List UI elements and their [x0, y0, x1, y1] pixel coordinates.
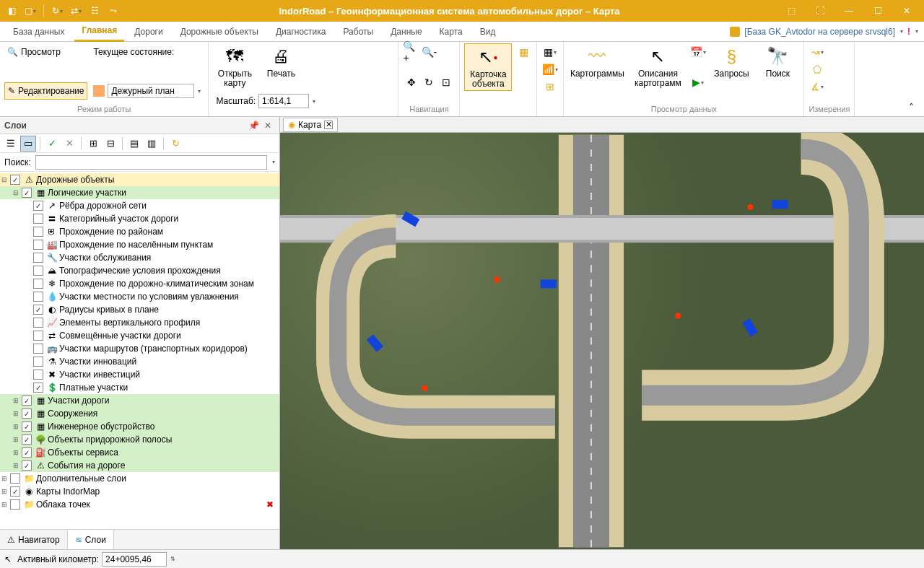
tree-row[interactable]: ✖Участки инвестиций: [0, 368, 279, 381]
edit-mode-button[interactable]: ✎ Редактирование: [4, 82, 87, 100]
plan-selector[interactable]: [108, 84, 194, 98]
expander-icon[interactable]: ⊞: [0, 475, 9, 482]
queries-button[interactable]: § Запросы: [710, 43, 753, 80]
zoom-out-icon[interactable]: 🔍-: [420, 43, 437, 61]
expander-icon[interactable]: ⊟: [0, 176, 9, 183]
measure-angle-icon[interactable]: ∡▾: [808, 78, 826, 95]
pan-icon[interactable]: ✥: [403, 74, 420, 91]
layer-checkbox[interactable]: [33, 383, 43, 393]
tab-road-objects[interactable]: Дорожные объекты: [173, 22, 266, 42]
calendar-icon[interactable]: 📅▾: [689, 43, 707, 61]
tree-row[interactable]: ⛨Прохождение по районам: [0, 225, 279, 238]
tab-view[interactable]: Вид: [473, 22, 503, 42]
tree-row[interactable]: ⊞🌳Объекты придорожной полосы: [0, 433, 279, 446]
print-button[interactable]: 🖨 Печать: [259, 43, 302, 80]
zoom-in-icon[interactable]: 🔍+: [403, 43, 420, 61]
close-panel-icon[interactable]: ✕: [261, 118, 275, 133]
scale-input[interactable]: [258, 94, 309, 108]
tree-row[interactable]: 💧Участки местности по условиям увлажнени…: [0, 290, 279, 303]
expander-icon[interactable]: ⊞: [12, 423, 20, 430]
layer-checkbox[interactable]: [33, 253, 43, 263]
layers-search-input[interactable]: [35, 155, 267, 170]
layer-checkbox[interactable]: [22, 434, 32, 445]
tree-row[interactable]: ◐Радиусы кривых в плане: [0, 303, 279, 316]
map-tab[interactable]: ◉ Карта ✕: [283, 118, 338, 132]
km-spinner-icon[interactable]: ⇅: [170, 556, 175, 562]
signal-icon[interactable]: 📶▾: [541, 61, 559, 78]
tab-map[interactable]: Карта: [432, 22, 470, 42]
layer-checkbox[interactable]: [33, 201, 43, 211]
cartograms-button[interactable]: 〰 Картограммы: [568, 43, 626, 80]
expander-icon[interactable]: ⊞: [12, 462, 20, 469]
layers-style1-icon[interactable]: ▤: [126, 136, 142, 152]
tree-row[interactable]: ⇄Совмещённые участки дороги: [0, 329, 279, 342]
layer-checkbox[interactable]: [10, 486, 20, 497]
active-km-input[interactable]: [102, 552, 167, 567]
tab-diagnostics[interactable]: Диагностика: [269, 22, 334, 42]
tree-row[interactable]: 🏭Прохождение по населённым пунктам: [0, 238, 279, 251]
tree-row[interactable]: ⊞⛽Объекты сервиса: [0, 446, 279, 459]
pin-icon[interactable]: 📌: [246, 118, 261, 133]
tree-row[interactable]: ⊞▦Сооружения: [0, 407, 279, 420]
collapse-ribbon-icon[interactable]: ˄: [902, 99, 920, 116]
measure-line-icon[interactable]: ↝▾: [808, 43, 826, 61]
layer-checkbox[interactable]: [22, 396, 32, 406]
qat-app-icon[interactable]: ◧: [3, 2, 20, 19]
tree-row[interactable]: ⊞📁Облака точек✖: [0, 498, 279, 511]
layer-checkbox[interactable]: [33, 240, 43, 250]
tab-main[interactable]: Главная: [74, 22, 124, 42]
window-maximize-button[interactable]: ☐: [863, 0, 892, 22]
expander-icon[interactable]: ⊞: [0, 501, 9, 508]
layer-checkbox[interactable]: [22, 460, 32, 471]
layers-collapse-icon[interactable]: ⊟: [103, 136, 118, 152]
qat-layout-icon[interactable]: ▢▾: [22, 2, 39, 19]
layer-checkbox[interactable]: [22, 447, 32, 458]
layer-checkbox[interactable]: [33, 318, 43, 328]
database-badge[interactable]: [База GK_Avtodor на сервере srvsql6] ▾ !…: [730, 27, 918, 37]
table-icon[interactable]: ▦▾: [541, 43, 559, 61]
layer-checkbox[interactable]: [33, 227, 43, 237]
window-dock-icon[interactable]: ⬚: [777, 0, 806, 22]
layers-map-icon[interactable]: ▭: [20, 136, 36, 152]
object-card-button[interactable]: ↖● Карточка объекта: [464, 43, 512, 91]
tree-row[interactable]: ⛰Топографические условия прохождения: [0, 264, 279, 277]
layer-checkbox[interactable]: [33, 357, 43, 367]
layers-uncheck-icon[interactable]: ✕: [61, 136, 77, 152]
search-dropdown-icon[interactable]: ▾: [272, 159, 275, 165]
layers-reload-icon[interactable]: ↻: [167, 136, 183, 152]
layer-checkbox[interactable]: [22, 188, 32, 198]
tab-roads[interactable]: Дороги: [127, 22, 170, 42]
status-tool-icon[interactable]: ↖: [4, 554, 12, 564]
tree-row[interactable]: 📈Элементы вертикального профиля: [0, 316, 279, 329]
layer-checkbox[interactable]: [33, 344, 43, 354]
layers-style2-icon[interactable]: ▥: [144, 136, 160, 152]
tree-row[interactable]: ⊟▦Логические участки: [0, 186, 279, 199]
view-mode-button[interactable]: 🔍 Просмотр: [4, 43, 87, 61]
tree-row[interactable]: 💲Платные участки: [0, 381, 279, 394]
footer-tab-navigator[interactable]: ⚠ Навигатор: [0, 530, 68, 549]
tree-row[interactable]: ⊞▦Инженерное обустройство: [0, 420, 279, 433]
tree-row[interactable]: 〓Категорийный участок дороги: [0, 212, 279, 225]
layer-checkbox[interactable]: [10, 473, 20, 484]
layer-checkbox[interactable]: [33, 292, 43, 302]
flag-alt-icon[interactable]: ▶▾: [689, 74, 707, 91]
measure-area-icon[interactable]: ⬠: [808, 61, 826, 78]
window-close-button[interactable]: ✕: [892, 0, 921, 22]
layer-checkbox[interactable]: [33, 370, 43, 380]
alert-icon[interactable]: !: [907, 27, 910, 37]
close-tab-icon[interactable]: ✕: [324, 121, 333, 129]
expander-icon[interactable]: ⊟: [12, 189, 20, 196]
delete-layer-icon[interactable]: ✖: [266, 499, 276, 510]
tree-row[interactable]: 🚌Участки маршрутов (транспортных коридор…: [0, 342, 279, 355]
rotate-icon[interactable]: ↻: [420, 74, 437, 91]
layers-check-icon[interactable]: ✓: [44, 136, 60, 152]
layers-expand-icon[interactable]: ⊞: [85, 136, 101, 152]
grid-icon[interactable]: ⊞: [541, 78, 559, 95]
select-rect-icon[interactable]: ▦: [515, 43, 532, 61]
layer-checkbox[interactable]: [10, 175, 20, 185]
tree-row[interactable]: ⊞◉Карты IndorMap: [0, 485, 279, 498]
expander-icon[interactable]: ⊞: [12, 436, 20, 443]
qat-route-icon[interactable]: ⤳: [105, 2, 122, 19]
tree-row[interactable]: 🔧Участки обслуживания: [0, 251, 279, 264]
open-map-button[interactable]: 🗺 Открыть карту: [213, 43, 256, 89]
